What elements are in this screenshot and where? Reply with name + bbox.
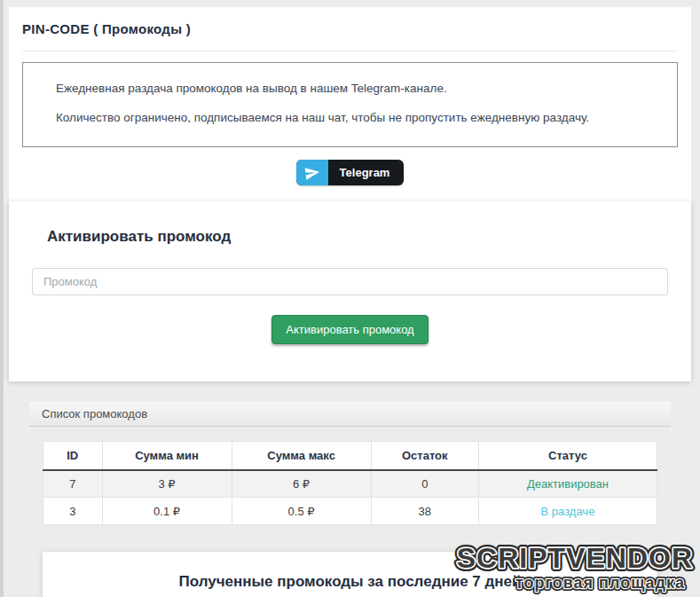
window-edge — [0, 0, 4, 597]
activate-promo-button[interactable]: Активировать промокод — [271, 315, 428, 344]
main-content: PIN-CODE ( Промокоды ) Ежедневная раздач… — [9, 7, 691, 597]
cell-id: 3 — [43, 498, 103, 525]
promo-code-input[interactable] — [32, 268, 668, 295]
watermark-svg: SCRIPTVENDOR SCRIPTVENDOR торговая площа… — [447, 544, 696, 595]
page-title: PIN-CODE ( Промокоды ) — [22, 21, 678, 51]
telegram-button-label: Telegram — [328, 160, 405, 185]
table-header-row: ID Сумма мин Сумма макс Остаток Статус — [43, 442, 657, 470]
cell-id: 7 — [43, 470, 103, 498]
watermark-line1: SCRIPTVENDOR — [457, 544, 693, 574]
promo-header-panel: PIN-CODE ( Промокоды ) Ежедневная раздач… — [9, 7, 691, 201]
col-header-max: Сумма макс — [232, 442, 371, 470]
cell-max: 6 ₽ — [232, 470, 371, 498]
scriptvendor-watermark: SCRIPTVENDOR SCRIPTVENDOR торговая площа… — [447, 544, 696, 597]
promo-table: ID Сумма мин Сумма макс Остаток Статус 7… — [43, 441, 657, 525]
info-line-2: Количество ограничено, подписываемся на … — [56, 111, 659, 124]
cell-min: 0.1 ₽ — [102, 498, 232, 525]
telegram-row: Telegram — [22, 147, 678, 201]
promo-table-wrap: ID Сумма мин Сумма макс Остаток Статус 7… — [43, 441, 657, 525]
col-header-status: Статус — [478, 442, 657, 470]
col-header-rest: Остаток — [371, 442, 478, 470]
cell-max: 0.5 ₽ — [232, 498, 371, 525]
info-box: Ежедневная раздача промокодов на вывод в… — [22, 62, 678, 147]
info-line-1: Ежедневная раздача промокодов на вывод в… — [56, 82, 659, 95]
cell-status: Деактивирован — [478, 470, 657, 498]
cell-rest: 38 — [371, 498, 478, 525]
cell-min: 3 ₽ — [102, 470, 232, 498]
table-row: 7 3 ₽ 6 ₽ 0 Деактивирован — [43, 470, 657, 498]
col-header-id: ID — [43, 442, 103, 470]
col-header-min: Сумма мин — [102, 442, 232, 470]
activate-promo-card: Активировать промокод Активировать промо… — [9, 201, 691, 381]
telegram-button[interactable]: Telegram — [296, 160, 405, 185]
promo-list-header: Список промокодов — [29, 402, 671, 427]
cell-status: В раздаче — [478, 498, 657, 525]
cell-rest: 0 — [371, 470, 478, 498]
telegram-plane-icon — [296, 160, 328, 185]
activate-card-title: Активировать промокод — [47, 228, 668, 246]
watermark-line2: торговая площадка — [515, 574, 685, 592]
table-row: 3 0.1 ₽ 0.5 ₽ 38 В раздаче — [43, 498, 657, 525]
